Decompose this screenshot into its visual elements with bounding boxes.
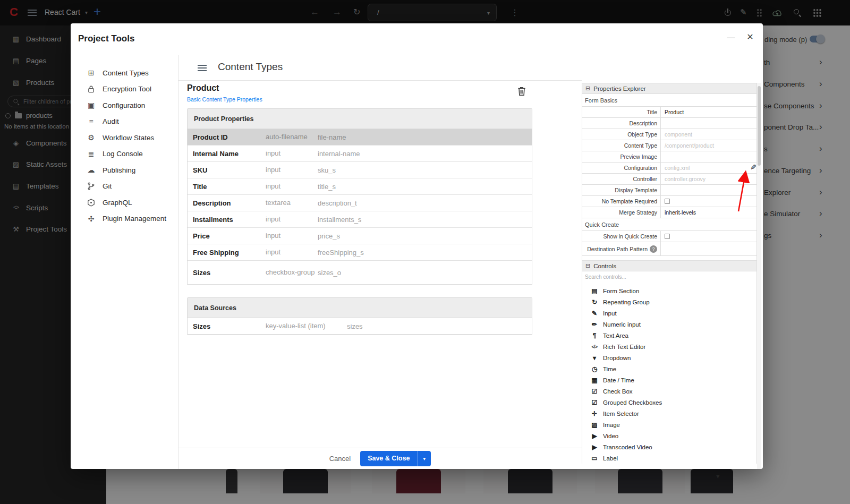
property-value[interactable]: /component/product ✎: [661, 140, 756, 151]
property-checkbox[interactable]: [665, 199, 670, 204]
property-value[interactable]: Product ✎: [661, 107, 756, 117]
rich-text-editor-icon: </>: [590, 344, 599, 349]
transcoded-video-icon: ▶: [590, 443, 599, 451]
property-row: Show in Quick Create? ✎: [582, 231, 756, 242]
control-item[interactable]: ↻ Repeating Group: [582, 296, 756, 307]
control-item[interactable]: </> Rich Text Editor: [582, 341, 756, 352]
datasource-row[interactable]: Sizes key-value-list (item) sizes: [188, 318, 532, 335]
field-row[interactable]: Free Shipping input freeShipping_s: [188, 244, 532, 261]
property-checkbox[interactable]: [665, 234, 670, 239]
control-item[interactable]: ▾ Dropdown: [582, 352, 756, 363]
product-properties-title: Product Properties: [188, 109, 532, 129]
project-tools-dialog: Project Tools — ✕ ⊞ Content Types Encryp…: [71, 23, 763, 469]
trash-icon[interactable]: [517, 86, 528, 97]
nav-encryption-tool[interactable]: Encryption Tool: [71, 81, 178, 98]
property-value[interactable]: ✎: [661, 231, 756, 242]
lock-icon: [87, 85, 96, 93]
properties-explorer-header[interactable]: ⊟ Properties Explorer: [582, 83, 756, 94]
collapse-icon[interactable]: ⊟: [585, 262, 590, 269]
basic-properties-link[interactable]: Basic Content Type Properties: [187, 96, 262, 102]
field-row[interactable]: Product ID auto-filename file-name: [188, 129, 532, 146]
property-value[interactable]: ✎: [661, 151, 756, 162]
field-row[interactable]: Installments input installments_s: [188, 211, 532, 228]
nav-git[interactable]: Git: [71, 178, 178, 195]
controls-search: [582, 271, 756, 281]
nav-workflow-states[interactable]: ⚙ Workflow States: [71, 130, 178, 146]
data-sources-card: Data Sources Sizes key-value-list (item)…: [187, 297, 532, 335]
group-quick-create: Quick Create: [582, 218, 756, 231]
help-icon[interactable]: ?: [650, 245, 657, 253]
controls-header[interactable]: ⊟ Controls: [582, 260, 756, 271]
explorer-scrollbar[interactable]: [757, 83, 761, 469]
property-row: No Template Required? ✎: [582, 196, 756, 207]
log-console-icon: ≣: [87, 150, 96, 158]
property-value[interactable]: component ✎: [661, 129, 756, 140]
control-item[interactable]: ▶ Transcoded Video: [582, 441, 756, 452]
property-row: Display Template? ✎: [582, 185, 756, 196]
property-value[interactable]: ✎: [661, 118, 756, 129]
nav-graphql[interactable]: GraphQL: [71, 194, 178, 211]
content-types-title: Content Types: [218, 61, 283, 73]
field-row[interactable]: Sizes checkbox-group sizes_o: [188, 261, 532, 285]
numeric-input-icon: ✏: [590, 321, 599, 328]
form-section-icon: ▤: [590, 287, 599, 295]
property-value[interactable]: ✎: [661, 242, 756, 255]
field-row[interactable]: Description textarea description_t: [188, 195, 532, 211]
control-item[interactable]: ▶ Video: [582, 430, 756, 441]
collapse-icon[interactable]: ⊟: [585, 85, 590, 92]
control-item[interactable]: ▦ Date / Time: [582, 374, 756, 386]
nav-plugin-management[interactable]: ✣ Plugin Management: [71, 211, 178, 227]
group-form-basics: Form Basics: [582, 94, 756, 107]
field-row[interactable]: Internal Name input internal-name: [188, 146, 532, 162]
control-item[interactable]: ▭ Label: [582, 452, 756, 464]
annotation-arrow: [733, 170, 754, 215]
cloud-icon: ☁: [87, 166, 96, 174]
property-row: Description? ✎: [582, 118, 756, 129]
control-item[interactable]: ✎ Input: [582, 307, 756, 319]
control-item[interactable]: ☑ Check Box: [582, 386, 756, 397]
control-item[interactable]: ¶ Text Area: [582, 330, 756, 341]
cancel-button[interactable]: Cancel: [329, 455, 351, 463]
nav-log-console[interactable]: ≣ Log Console: [71, 146, 178, 163]
content-types-icon: ⊞: [87, 69, 96, 77]
save-close-button[interactable]: Save & Close ▾: [360, 451, 431, 466]
property-row: Object Type? component ✎: [582, 129, 756, 140]
field-row[interactable]: Title input title_s: [188, 178, 532, 195]
control-item[interactable]: ✏ Numeric input: [582, 319, 756, 330]
control-item[interactable]: ◷ Time: [582, 363, 756, 374]
property-row: Destination Path Pattern? ✎: [582, 242, 756, 256]
content-types-menu-icon[interactable]: [198, 65, 207, 71]
gear-icon: ⚙: [87, 133, 96, 142]
text-area-icon: ¶: [590, 332, 599, 339]
save-options-caret-icon[interactable]: ▾: [417, 451, 431, 466]
nav-configuration[interactable]: ▣ Configuration: [71, 97, 178, 114]
control-item[interactable]: ▨ Image: [582, 419, 756, 430]
nav-audit[interactable]: ≡ Audit: [71, 114, 178, 130]
grouped-checkboxes-icon: ☑: [590, 399, 599, 406]
dialog-footer: Cancel Save & Close ▾: [178, 448, 582, 469]
close-icon[interactable]: ✕: [744, 31, 756, 44]
audit-icon: ≡: [87, 117, 96, 126]
minimize-icon[interactable]: —: [725, 31, 737, 44]
data-sources-title: Data Sources: [188, 298, 532, 318]
controls-search-input[interactable]: [582, 272, 756, 281]
control-item[interactable]: ☑ Grouped Checkboxes: [582, 397, 756, 408]
property-row: Title? Product ✎: [582, 107, 756, 118]
video-icon: ▶: [590, 432, 599, 440]
field-row[interactable]: Price input price_s: [188, 228, 532, 244]
field-row[interactable]: SKU input sku_s: [188, 162, 532, 178]
property-row: Content Type? /component/product ✎: [582, 140, 756, 151]
property-row: Configuration? config.xml ✎: [582, 163, 756, 174]
check-box-icon: ☑: [590, 388, 599, 395]
product-properties-card: Product Properties Product ID auto-filen…: [187, 108, 532, 285]
control-item[interactable]: ✛ Item Selector: [582, 408, 756, 419]
controls-list: ▤ Form Section ↻ Repeating Group ✎ Input…: [582, 281, 756, 464]
repeating-group-icon: ↻: [590, 298, 599, 306]
nav-content-types[interactable]: ⊞ Content Types: [71, 65, 178, 81]
control-item[interactable]: ▤ Form Section: [582, 285, 756, 296]
time-icon: ◷: [590, 365, 599, 373]
plugin-icon: ✣: [87, 215, 96, 223]
label-icon: ▭: [590, 455, 599, 462]
nav-publishing[interactable]: ☁ Publishing: [71, 162, 178, 178]
scrollbar-thumb[interactable]: [758, 86, 761, 166]
